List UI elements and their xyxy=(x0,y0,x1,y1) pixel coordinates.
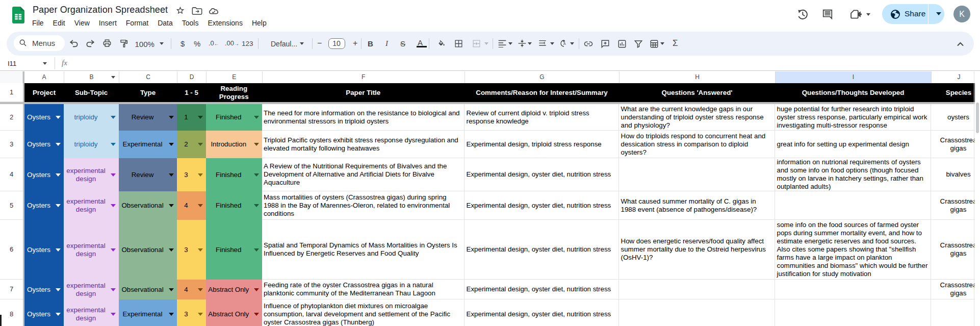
svg-text:A: A xyxy=(563,41,566,46)
